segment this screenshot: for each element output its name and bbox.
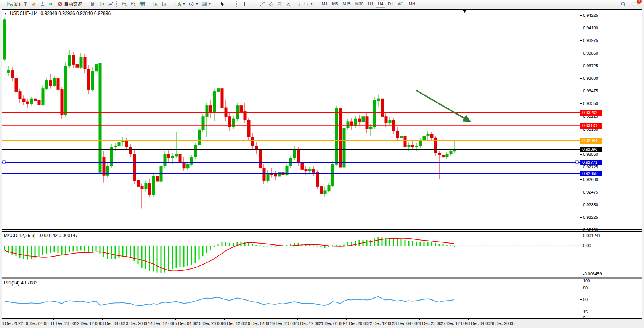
- button-label: D1: [388, 2, 393, 6]
- toolbar-button-new-chart[interactable]: ▼: [174, 0, 187, 8]
- rsi-plot[interactable]: RSI(14) 48.7083: [2, 279, 580, 319]
- toolbar-button-zoom-in[interactable]: [120, 0, 129, 8]
- rsi-canvas[interactable]: [2, 279, 580, 318]
- time-tick-mark: [346, 319, 347, 320]
- timeframe-mn[interactable]: MN: [406, 0, 418, 8]
- svg-text:F: F: [280, 5, 282, 7]
- toolbar-button-signal[interactable]: [47, 0, 56, 8]
- toolbar-button-bar-chart[interactable]: [89, 0, 98, 8]
- toolbar-button-tile-windows[interactable]: [138, 0, 146, 8]
- time-tick-mark: [78, 319, 78, 320]
- crosshair-icon: [228, 1, 234, 7]
- toolbar-button-cursor[interactable]: [218, 0, 226, 8]
- price-badge-support: 0.92658: [580, 171, 602, 176]
- timeframe-w1[interactable]: W1: [395, 0, 406, 8]
- button-label: MN: [409, 2, 415, 6]
- toolbar-button-search[interactable]: [619, 0, 628, 8]
- toolbar-button-auto-scroll[interactable]: [151, 0, 160, 8]
- timeframe-d1[interactable]: D1: [385, 0, 395, 8]
- timeframe-h1[interactable]: H1: [366, 0, 376, 8]
- toolbar-button-vline[interactable]: [240, 0, 249, 8]
- time-tick-mark: [200, 319, 200, 320]
- timeframe-m1[interactable]: M1: [320, 0, 330, 8]
- toolbar-button-chat[interactable]: 1: [631, 0, 639, 8]
- line-chart-icon: [108, 1, 114, 7]
- toolbar-button-deposit[interactable]: [29, 0, 38, 8]
- toolbar-button-trendline[interactable]: [258, 0, 267, 8]
- toolbar-button-candle-chart[interactable]: [98, 0, 106, 8]
- toolbar-button-zoom-out[interactable]: [129, 0, 138, 8]
- period-icon: [188, 1, 194, 7]
- template-icon: [201, 1, 207, 7]
- toolbar-button-line-chart[interactable]: [106, 0, 115, 8]
- rsi-tick-mark: [580, 288, 582, 288]
- toolbar-button-label[interactable]: T: [293, 0, 302, 8]
- collapse-triangle-icon[interactable]: ▼: [4, 12, 7, 15]
- new-order-icon: [7, 1, 13, 7]
- time-label: 23 Dec 04:00: [392, 321, 417, 326]
- macd-tick-label: 0.001241: [583, 233, 601, 238]
- rsi-tick-mark: [580, 299, 582, 300]
- price-tick-label: 0.93725: [583, 63, 598, 68]
- time-label: 22 Dec 12:00: [368, 321, 392, 326]
- toolbar-button-profile[interactable]: [38, 0, 47, 8]
- price-tick-label: 0.93850: [583, 51, 598, 56]
- time-tick-mark: [419, 319, 420, 320]
- deposit-icon: [31, 1, 37, 7]
- toolbar-button-shapes[interactable]: ▼: [302, 0, 315, 8]
- timeframe-h4[interactable]: H4: [376, 0, 385, 8]
- chart-shift-icon: [162, 1, 167, 7]
- toolbar-button-period[interactable]: ▼: [187, 0, 200, 8]
- macd-tick-mark: [580, 236, 582, 236]
- button-label: W1: [398, 2, 404, 6]
- time-label: 20 Dec 12:00: [294, 321, 319, 326]
- price-tick-mark: [580, 167, 582, 167]
- rsi-tick-mark: [580, 318, 582, 318]
- time-label: 9 Dec 04:00: [26, 321, 48, 326]
- price-badge-support: 0.92771: [580, 160, 602, 165]
- zoom-out-icon: [130, 1, 136, 7]
- chart-title: ▼ USDCHF-,H4 0.92848 0.92936 0.92840 0.9…: [4, 11, 111, 16]
- chart-ohlc-values: 0.92848 0.92936 0.92840 0.92896: [41, 11, 111, 16]
- toolbar-button-autotrade[interactable]: 自动交易: [56, 0, 84, 8]
- label-icon: T: [294, 1, 300, 7]
- price-tick-label: 0.92850: [583, 152, 598, 157]
- price-tick-mark: [580, 192, 582, 192]
- time-label: 21 Dec 04:00: [319, 321, 344, 326]
- price-badge-current-price: 0.92896: [580, 147, 602, 152]
- signal-icon: [48, 1, 54, 7]
- toolbar-button-hline[interactable]: [249, 0, 258, 8]
- button-label: H1: [368, 2, 373, 6]
- timeframe-m30[interactable]: M30: [353, 0, 366, 8]
- toolbar-button-text[interactable]: A: [284, 0, 293, 8]
- toolbar-button-fibonacci[interactable]: F: [275, 0, 284, 8]
- toolbar-gripper: [170, 1, 172, 7]
- autotrade-icon: [57, 1, 63, 7]
- vline-icon: [242, 1, 247, 7]
- toolbar-button-template[interactable]: ▼: [200, 0, 213, 8]
- price-tick-mark: [580, 91, 582, 91]
- timeframe-m15[interactable]: M15: [340, 0, 353, 8]
- time-tick-mark: [273, 319, 273, 320]
- time-label: 14 Dec 12:00: [148, 321, 173, 326]
- candle-chart-icon: [99, 1, 105, 7]
- button-label: M30: [355, 2, 363, 6]
- toolbar-gripper: [85, 1, 87, 7]
- time-label: 15 Dec 04:00: [172, 321, 197, 326]
- macd-canvas[interactable]: [2, 232, 580, 277]
- time-label: 28 Dec 20:00: [490, 321, 514, 326]
- time-tick-mark: [102, 319, 103, 320]
- toolbar-button-new-order[interactable]: 新订单: [6, 0, 29, 8]
- toolbar-button-chart-shift[interactable]: [160, 0, 169, 8]
- candlestick-canvas[interactable]: [2, 10, 580, 229]
- macd-plot[interactable]: MACD(12,26,9) -0.000142 0.000147: [2, 231, 580, 277]
- toolbar-button-crosshair[interactable]: [226, 0, 235, 8]
- price-tick-label: 0.92225: [583, 215, 598, 220]
- price-tick-label: 0.94225: [583, 13, 598, 18]
- chevron-down-icon: ▼: [310, 3, 313, 5]
- timeframe-m5[interactable]: M5: [330, 0, 340, 8]
- toolbar-button-channel[interactable]: E: [267, 0, 275, 8]
- time-label: 28 Dec 04:00: [465, 321, 490, 326]
- time-tick-mark: [444, 319, 444, 320]
- main-chart-plot[interactable]: ▼ USDCHF-,H4 0.92848 0.92936 0.92840 0.9…: [2, 9, 580, 230]
